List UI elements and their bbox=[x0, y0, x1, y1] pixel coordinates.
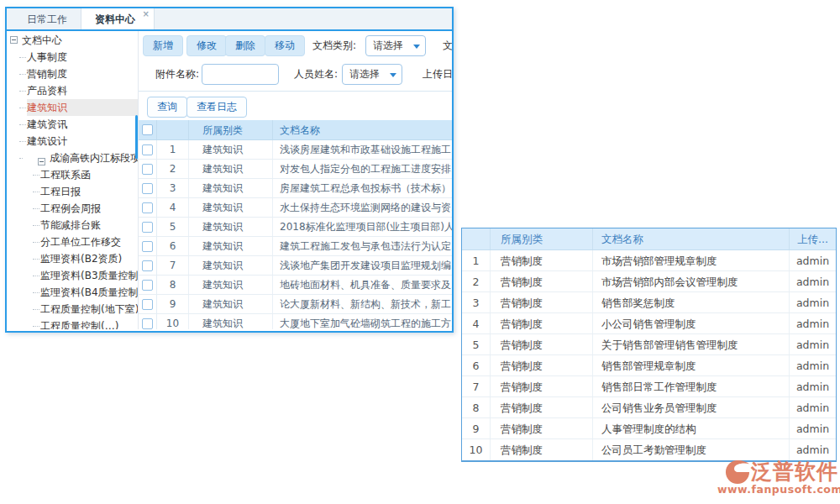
row-category: 营销制度 bbox=[490, 376, 592, 396]
collapse-icon[interactable] bbox=[38, 158, 45, 165]
sidebar-item[interactable]: 建筑知识 bbox=[27, 99, 138, 116]
sidebar-item[interactable]: 监理资料(B2资质) bbox=[40, 250, 138, 267]
header-docname-cell: 文档名称 bbox=[273, 120, 452, 140]
row-docname: 浅谈房屋建筑和市政基础设施工程施工... bbox=[273, 140, 452, 160]
table-row[interactable]: 1建筑知识浅谈房屋建筑和市政基础设施工程施工... bbox=[139, 140, 452, 160]
row-checkbox[interactable] bbox=[142, 260, 153, 271]
row-checkbox[interactable] bbox=[142, 164, 153, 175]
row-checkbox[interactable] bbox=[142, 318, 153, 329]
row-checkbox[interactable] bbox=[142, 202, 153, 213]
sidebar-item-label: 工程例会周报 bbox=[40, 202, 101, 214]
row-index: 5 bbox=[157, 218, 189, 236]
sidebar-item[interactable]: 工程例会周报 bbox=[40, 200, 138, 217]
table-row[interactable]: 4营销制度小公司销售管理制度admin bbox=[462, 313, 836, 334]
table-row[interactable]: 7营销制度销售部日常工作管理制度admin bbox=[462, 376, 836, 397]
add-button[interactable]: 新增 bbox=[143, 35, 183, 56]
sidebar-item-label: 工程质量控制(地下室) bbox=[40, 303, 139, 315]
sidebar-scrollbar-thumb[interactable] bbox=[135, 115, 138, 159]
sidebar-item[interactable]: 产品资料 bbox=[27, 82, 138, 99]
sidebar-item[interactable]: 营销制度 bbox=[27, 66, 138, 82]
move-button[interactable]: 移动 bbox=[265, 35, 305, 56]
sidebar-item[interactable]: 工程联系函 bbox=[40, 166, 138, 183]
sidebar-item[interactable]: 文档中心 bbox=[7, 32, 138, 49]
row-checkbox[interactable] bbox=[142, 222, 153, 233]
chevron-down-icon bbox=[413, 45, 420, 49]
sidebar-item[interactable]: 建筑设计 bbox=[27, 133, 138, 150]
close-icon[interactable]: × bbox=[143, 9, 150, 19]
upload-date-label: 上传日期 bbox=[423, 64, 452, 85]
tab-data-center[interactable]: 资料中心 × bbox=[81, 8, 155, 29]
header-category-cell: 所属别类 bbox=[189, 120, 273, 139]
table-row[interactable]: 8营销制度公司销售业务员管理制度admin bbox=[462, 397, 836, 418]
row-checkbox[interactable] bbox=[142, 280, 153, 291]
row-category: 建筑知识 bbox=[189, 218, 273, 236]
row-category: 营销制度 bbox=[490, 418, 592, 438]
row-checkbox-cell bbox=[139, 218, 157, 236]
sidebar-item[interactable]: 成渝高铁内江标段项目 bbox=[27, 150, 138, 166]
table-row[interactable]: 9营销制度人事管理制度的结构admin bbox=[462, 418, 836, 439]
row-checkbox[interactable] bbox=[142, 241, 153, 252]
row-checkbox-cell bbox=[139, 314, 157, 329]
sidebar-item[interactable]: 建筑资讯 bbox=[27, 116, 138, 133]
tab-daily-work[interactable]: 日常工作 bbox=[13, 8, 81, 29]
row-checkbox[interactable] bbox=[142, 299, 153, 310]
sidebar-item[interactable]: 工程质量控制(地下室) bbox=[40, 301, 138, 318]
row-index: 7 bbox=[157, 256, 189, 275]
row-checkbox-cell bbox=[139, 237, 157, 255]
vendor-url[interactable]: www.fanpusoft.com bbox=[717, 483, 838, 496]
chevron-down-icon bbox=[390, 73, 396, 77]
delete-button[interactable]: 删除 bbox=[225, 35, 265, 56]
table-row[interactable]: 1营销制度市场营销部管理规章制度admin bbox=[462, 250, 836, 271]
table-row[interactable]: 10建筑知识大厦地下室加气砼墙砌筑工程的施工方... bbox=[139, 314, 452, 329]
table-row[interactable]: 6建筑知识建筑工程施工发包与承包违法行为认定... bbox=[139, 237, 452, 256]
sidebar-item-label: 分工单位工作移交 bbox=[40, 236, 121, 248]
table-row[interactable]: 6营销制度销售部管理规章制度admin bbox=[462, 355, 836, 376]
row-checkbox[interactable] bbox=[142, 144, 153, 155]
sidebar-item[interactable]: 工程质量控制(…) bbox=[40, 318, 138, 329]
row-index: 6 bbox=[462, 360, 490, 372]
sidebar-item[interactable]: 节能减排台账 bbox=[40, 217, 138, 234]
table-row[interactable]: 4建筑知识水土保持生态环境监测网络的建设与资... bbox=[139, 198, 452, 218]
header-index-cell bbox=[157, 120, 189, 139]
documents-table-body: 1建筑知识浅谈房屋建筑和市政基础设施工程施工...2建筑知识对发包人指定分包的工… bbox=[139, 140, 452, 329]
collapse-icon[interactable] bbox=[10, 36, 18, 44]
row-checkbox[interactable] bbox=[142, 183, 153, 194]
table-row[interactable]: 2营销制度市场营销部内部会议管理制度admin bbox=[462, 271, 836, 292]
row-checkbox-cell bbox=[139, 179, 157, 197]
row-uploader: admin bbox=[789, 313, 836, 333]
marketing-table-body: 1营销制度市场营销部管理规章制度admin2营销制度市场营销部内部会议管理制度a… bbox=[462, 250, 836, 460]
row-checkbox-cell bbox=[139, 160, 157, 178]
doc-category-select[interactable]: 请选择 bbox=[365, 35, 426, 56]
sidebar-item-label: 建筑资讯 bbox=[27, 118, 67, 130]
row-docname: 小公司销售管理制度 bbox=[592, 313, 789, 333]
row-index: 10 bbox=[462, 444, 490, 456]
query-button[interactable]: 查询 bbox=[147, 97, 187, 118]
table-row[interactable]: 7建筑知识浅谈地产集团开发建设项目监理规划编... bbox=[139, 256, 452, 276]
sidebar-item[interactable]: 工程日报 bbox=[40, 183, 138, 200]
sidebar-item-label: 文档中心 bbox=[22, 34, 62, 46]
sidebar-item[interactable]: 监理资料(B3质量控制) bbox=[40, 267, 138, 284]
table-row[interactable]: 2建筑知识对发包人指定分包的工程施工进度安排... bbox=[139, 160, 452, 179]
sidebar-item[interactable]: 人事制度 bbox=[27, 49, 138, 66]
documents-table: 所属别类 文档名称 1建筑知识浅谈房屋建筑和市政基础设施工程施工...2建筑知识… bbox=[139, 120, 452, 329]
attachment-name-input[interactable] bbox=[202, 64, 279, 85]
table-row[interactable]: 3营销制度销售部奖惩制度admin bbox=[462, 292, 836, 313]
select-all-checkbox[interactable] bbox=[142, 124, 153, 135]
table-row[interactable]: 8建筑知识地砖地面材料、机具准备、质量要求及... bbox=[139, 276, 452, 295]
table-row[interactable]: 9建筑知识论大厦新材料、新结构、新技术，新工... bbox=[139, 295, 452, 314]
table-row[interactable]: 5建筑知识2018标准化监理项目部(业主项目部)人员... bbox=[139, 218, 452, 237]
edit-button[interactable]: 修改 bbox=[186, 35, 227, 56]
sidebar-item[interactable]: 监理资料(B4质量控制) bbox=[40, 284, 138, 301]
view-log-button[interactable]: 查看日志 bbox=[186, 97, 247, 118]
table-row[interactable]: 3建筑知识房屋建筑工程总承包投标书（技术标）... bbox=[139, 179, 452, 198]
sidebar-item[interactable]: 分工单位工作移交 bbox=[40, 234, 138, 250]
row-uploader: admin bbox=[789, 250, 836, 270]
sidebar-item-label: 人事制度 bbox=[27, 51, 67, 63]
row-docname: 房屋建筑工程总承包投标书（技术标）... bbox=[273, 179, 452, 198]
marketing-docs-table: 所属别类 文档名称 上传... 1营销制度市场营销部管理规章制度admin2营销… bbox=[461, 228, 837, 462]
person-name-select[interactable]: 请选择 bbox=[342, 64, 402, 85]
row-docname: 市场营销部管理规章制度 bbox=[592, 250, 789, 270]
table-row[interactable]: 5营销制度关于销售部管理销售管理制度admin bbox=[462, 334, 836, 355]
row-category: 营销制度 bbox=[490, 313, 592, 333]
row-uploader: admin bbox=[789, 292, 836, 312]
